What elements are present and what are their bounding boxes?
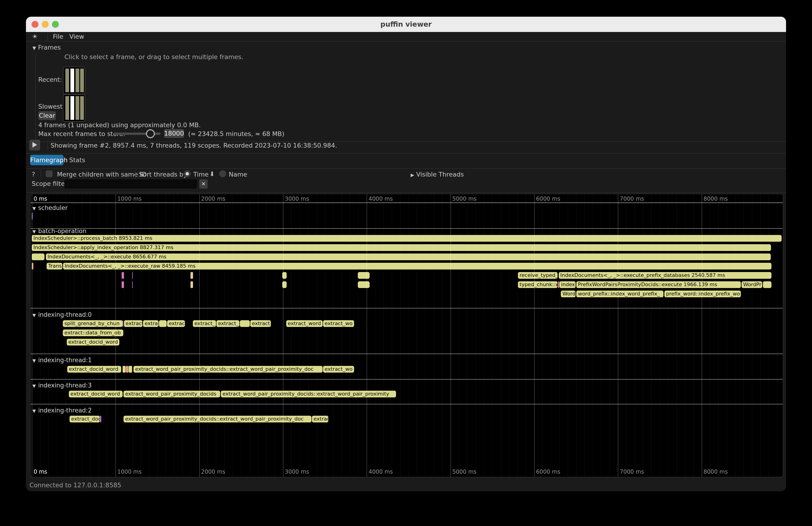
max-frames-label: Max recent frames to store:: [38, 130, 125, 137]
scope-bar[interactable]: extract_word: [286, 320, 322, 327]
scope-bar[interactable]: IndexDocuments<_, _>::execute 8656.677 m…: [46, 253, 771, 260]
scope-bar[interactable]: index: [560, 281, 576, 288]
menu-file[interactable]: File: [53, 32, 63, 41]
slowest-frames-thumbnail[interactable]: [63, 94, 85, 122]
thread-header-indexing-thread:0[interactable]: ▼indexing-thread:0: [32, 311, 92, 318]
scope-bar[interactable]: [132, 272, 133, 279]
menu-view[interactable]: View: [69, 32, 84, 41]
axis-tick-label: 1000 ms: [117, 195, 142, 202]
scope-bar[interactable]: Word: [561, 291, 576, 297]
clear-filter-button[interactable]: ✕: [199, 179, 208, 189]
axis-tick-label: 7000 ms: [620, 469, 644, 475]
scope-bar[interactable]: extract_wo: [323, 320, 354, 327]
recent-frames-thumbnail[interactable]: [63, 67, 85, 94]
sort-name-radio[interactable]: [219, 170, 226, 177]
scope-bar[interactable]: [159, 320, 166, 327]
scope-bar[interactable]: extrac: [312, 416, 328, 422]
scope-bar[interactable]: word_prefix::index_word_prefix_: [576, 291, 664, 297]
scope-bar[interactable]: IndexScheduler>::process_batch 8953.821 …: [32, 235, 782, 242]
thread-header-indexing-thread:1[interactable]: ▼indexing-thread:1: [32, 356, 92, 364]
scope-bar[interactable]: extract_docid_word: [67, 366, 121, 372]
sort-direction-icon[interactable]: ⬇: [209, 170, 215, 177]
scope-bar[interactable]: [132, 281, 133, 288]
scope-bar[interactable]: IndexDocuments<_, _>::execute_raw 8459.1…: [63, 263, 771, 269]
scope-bar[interactable]: [123, 272, 124, 279]
window-title: puffin viewer: [26, 17, 786, 32]
scope-bar[interactable]: [32, 253, 44, 260]
play-button[interactable]: [29, 140, 40, 150]
axis-tick-label: 3000 ms: [285, 195, 309, 202]
scope-bar[interactable]: extract_word_pair_proximity_docids: [124, 391, 220, 397]
scope-bar[interactable]: receive_typed_: [518, 272, 557, 279]
theme-toggle-icon[interactable]: ☀: [32, 32, 38, 41]
scope-bar[interactable]: [358, 281, 369, 288]
scope-bar[interactable]: WordPr: [742, 281, 762, 288]
divider: [26, 192, 786, 192]
scope-bar[interactable]: [122, 366, 126, 372]
visible-threads-toggle[interactable]: ▶ Visible Threads: [411, 171, 464, 178]
scope-bar[interactable]: [129, 366, 132, 372]
scope-bar[interactable]: IndexScheduler>::apply_index_operation 8…: [32, 244, 771, 251]
app-window: puffin viewer ☀ File View ▼ Frames Click…: [26, 17, 786, 491]
merge-children-label: Merge children with same ID: [57, 171, 147, 178]
scope-filter-label: Scope filter:: [32, 180, 69, 187]
scope-bar[interactable]: [358, 272, 369, 279]
tab-stats[interactable]: Stats: [69, 155, 85, 165]
scope-bar[interactable]: extract_word_pair_proximity_docids::extr…: [133, 366, 322, 372]
scope-bar[interactable]: extrac: [167, 320, 185, 327]
scope-bar[interactable]: prefix_word::index_prefix_wo: [664, 291, 741, 297]
scope-bar[interactable]: [122, 320, 123, 327]
scope-bar[interactable]: [558, 281, 559, 288]
scope-bar[interactable]: [763, 281, 771, 288]
scope-bar[interactable]: extract_word_pair_proximity_docids::extr…: [221, 391, 396, 397]
scope-bar[interactable]: split_grenad_by_chun: [63, 320, 122, 327]
thread-header-scheduler[interactable]: ▼scheduler: [32, 204, 68, 211]
scope-bar[interactable]: extra: [143, 320, 159, 327]
scope-bar[interactable]: typed_chunk::w: [518, 281, 557, 288]
scope-bar[interactable]: extract_docid_word: [69, 391, 122, 397]
thread-header-indexing-thread:3[interactable]: ▼indexing-thread:3: [32, 382, 92, 389]
thread-separator: [31, 354, 783, 354]
axis-separator: [31, 203, 783, 203]
collapse-icon: ▼: [32, 45, 36, 51]
scope-bar[interactable]: extract_doc: [70, 416, 100, 422]
frame-bar: [66, 96, 69, 120]
scope-bar[interactable]: [190, 281, 193, 288]
help-button[interactable]: ?: [32, 171, 35, 178]
max-frames-value[interactable]: 18000: [164, 129, 184, 138]
scope-bar[interactable]: extract_: [216, 320, 240, 327]
scope-bar[interactable]: Trans: [47, 263, 62, 269]
thread-header-indexing-thread:2[interactable]: ▼indexing-thread:2: [32, 407, 92, 414]
scope-bar[interactable]: extract::data_from_ob: [63, 330, 123, 336]
scope-bar[interactable]: extract_wo: [323, 366, 354, 372]
scope-bar[interactable]: [123, 281, 124, 288]
scope-bar[interactable]: [190, 272, 193, 279]
thread-name: scheduler: [38, 204, 68, 211]
scope-bar[interactable]: PrefixWordPairsProximityDocids::execute …: [576, 281, 741, 288]
scope-bar[interactable]: [100, 416, 101, 422]
max-frames-note: (≈ 23428.5 minutes, ≈ 68 MB): [188, 130, 284, 137]
merge-children-checkbox[interactable]: [46, 170, 53, 177]
thread-separator: [31, 379, 783, 380]
scope-bar[interactable]: extract_: [193, 320, 216, 327]
major-gridline: [283, 194, 284, 477]
divider: [26, 153, 786, 154]
sort-time-radio[interactable]: [184, 170, 191, 177]
sort-time-label: Time: [193, 171, 208, 178]
scope-bar[interactable]: IndexDocuments<_, _>::execute_prefix_dat…: [559, 272, 771, 279]
flamegraph-canvas[interactable]: 0 ms1000 ms2000 ms3000 ms4000 ms5000 ms6…: [30, 194, 783, 477]
tab-flamegraph[interactable]: Flamegraph: [30, 155, 63, 165]
scope-filter-input[interactable]: [64, 179, 197, 189]
thread-header-batch-operation[interactable]: ▼batch-operation: [32, 228, 86, 234]
thread-name: indexing-thread:0: [38, 311, 92, 318]
scope-bar[interactable]: extract_docid_word: [67, 339, 119, 346]
scope-bar[interactable]: [240, 320, 250, 327]
scope-bar[interactable]: [126, 366, 128, 372]
frame-bar: [70, 69, 74, 92]
slider-handle[interactable]: [146, 129, 155, 138]
scope-filter-value: [64, 180, 67, 188]
scope-bar[interactable]: extract: [250, 320, 271, 327]
frames-header[interactable]: ▼ Frames: [32, 44, 61, 51]
clear-button[interactable]: Clear: [38, 111, 56, 120]
scope-bar[interactable]: extract: [124, 320, 143, 327]
